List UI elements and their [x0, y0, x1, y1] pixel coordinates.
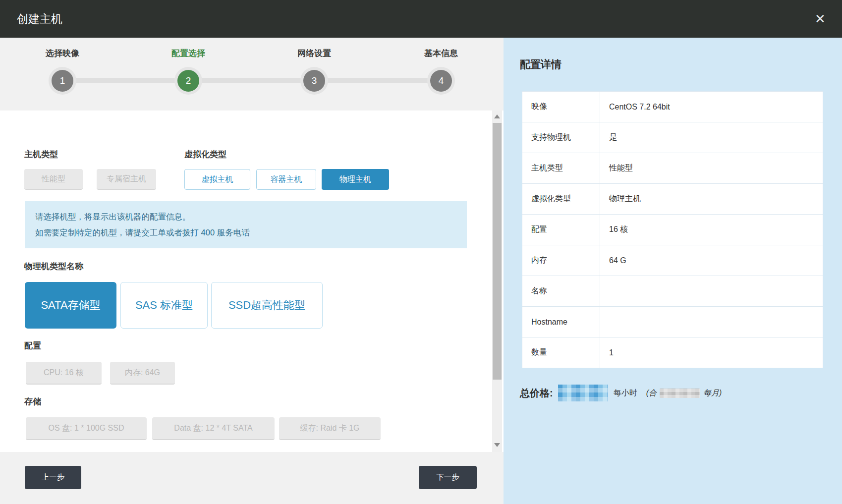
next-step-button[interactable]: 下一步 [419, 466, 477, 489]
wizard-footer: 上一步 下一步 [0, 452, 504, 504]
step-connector [62, 78, 188, 83]
storage-label: 存储 [24, 396, 41, 407]
close-icon[interactable]: ✕ [811, 10, 829, 28]
config-chip-memory[interactable]: 内存: 64G [110, 362, 175, 385]
row-value: 64 G [600, 245, 823, 276]
notice-line-2: 如需要定制特定的机型，请提交工单或者拨打 400 服务电话 [35, 224, 456, 240]
storage-chip-data-disk[interactable]: Data 盘: 12 * 4T SATA [152, 417, 275, 440]
row-value: 16 核 [600, 215, 823, 245]
table-row: 主机类型 性能型 [522, 153, 823, 184]
total-price-label: 总价格: [520, 387, 553, 400]
step-label-basic-info: 基本信息 [392, 48, 491, 59]
machine-type-option-sata[interactable]: SATA存储型 [25, 282, 116, 329]
notice-line-1: 请选择机型，将显示出该机器的配置信息。 [35, 209, 456, 224]
table-row: 支持物理机 是 [522, 122, 823, 153]
step-connector [188, 78, 314, 83]
table-row: 名称 [522, 276, 823, 307]
host-type-label: 主机类型 [24, 149, 58, 160]
row-value: 物理主机 [600, 184, 823, 215]
config-chip-cpu[interactable]: CPU: 16 核 [26, 362, 102, 385]
monthly-suffix: 每月) [703, 388, 722, 398]
left-panel: 选择映像 配置选择 网络设置 基本信息 1 2 3 4 主机类型 虚拟化类型 性… [0, 38, 504, 504]
row-value: CentOS 7.2 64bit [600, 92, 823, 122]
step-circle-3[interactable]: 3 [300, 67, 328, 95]
table-row: 配置 16 核 [522, 215, 823, 245]
sidebar-title: 配置详情 [520, 57, 561, 71]
monthly-price-blurred [660, 389, 700, 398]
step-connector [314, 78, 441, 83]
step-circle-1[interactable]: 1 [49, 67, 76, 95]
prev-step-button[interactable]: 上一步 [25, 466, 81, 489]
scrollbar-down-icon[interactable] [492, 440, 502, 450]
hourly-price-blurred [558, 385, 608, 401]
row-label: Hostname [522, 307, 600, 337]
step-indicator: 选择映像 配置选择 网络设置 基本信息 1 2 3 4 [0, 38, 504, 111]
host-type-option-performance[interactable]: 性能型 [24, 169, 83, 190]
step-circle-4[interactable]: 4 [427, 67, 455, 95]
row-value [600, 276, 823, 307]
row-label: 数量 [522, 337, 600, 368]
machine-type-notice: 请选择机型，将显示出该机器的配置信息。 如需要定制特定的机型，请提交工单或者拨打… [25, 201, 467, 248]
row-label: 主机类型 [522, 153, 600, 184]
table-row: 虚拟化类型 物理主机 [522, 184, 823, 215]
modal-title: 创建主机 [17, 0, 62, 38]
machine-type-label: 物理机类型名称 [24, 261, 83, 272]
config-label: 配置 [24, 340, 41, 351]
machine-type-option-ssd[interactable]: SSD超高性能型 [211, 282, 323, 329]
step-label-network-settings: 网络设置 [265, 48, 364, 59]
host-type-option-dedicated[interactable]: 专属宿主机 [97, 169, 156, 190]
row-value: 是 [600, 122, 823, 153]
row-label: 支持物理机 [522, 122, 600, 153]
row-label: 映像 [522, 92, 600, 122]
virt-type-option-physical[interactable]: 物理主机 [322, 169, 389, 190]
monthly-prefix: (合 [646, 388, 657, 398]
storage-chip-os-disk[interactable]: OS 盘: 1 * 100G SSD [26, 417, 147, 440]
create-host-modal: 创建主机 ✕ 选择映像 配置选择 网络设置 基本信息 1 2 3 4 [0, 0, 842, 504]
table-row: 内存 64 G [522, 245, 823, 276]
row-label: 内存 [522, 245, 600, 276]
step-circle-2[interactable]: 2 [174, 67, 202, 95]
row-label: 名称 [522, 276, 600, 307]
storage-chip-cache[interactable]: 缓存: Raid 卡 1G [279, 417, 381, 440]
row-value [600, 307, 823, 337]
row-label: 虚拟化类型 [522, 184, 600, 215]
row-value: 1 [600, 337, 823, 368]
virt-type-option-vm[interactable]: 虚拟主机 [184, 169, 250, 190]
step-label-config-select: 配置选择 [139, 48, 238, 59]
monthly-price: (合 每月) [646, 388, 722, 398]
table-row: 映像 CentOS 7.2 64bit [522, 92, 823, 122]
config-detail-table: 映像 CentOS 7.2 64bit 支持物理机 是 主机类型 性能型 虚拟化… [522, 91, 823, 368]
config-detail-sidebar: 配置详情 映像 CentOS 7.2 64bit 支持物理机 是 主机类型 性能… [504, 38, 842, 504]
scrollbar-thumb[interactable] [493, 123, 502, 380]
virt-type-label: 虚拟化类型 [184, 149, 226, 160]
table-row: Hostname [522, 307, 823, 337]
content-scrollbar[interactable] [492, 111, 502, 452]
machine-type-option-sas[interactable]: SAS 标准型 [120, 282, 208, 329]
virt-type-option-container[interactable]: 容器主机 [256, 169, 316, 190]
total-price-row: 总价格: 每小时 (合 每月) [520, 385, 722, 401]
hourly-unit: 每小时 [614, 388, 637, 398]
row-value: 性能型 [600, 153, 823, 184]
step-label-select-image: 选择映像 [13, 48, 112, 59]
table-row: 数量 1 [522, 337, 823, 368]
row-label: 配置 [522, 215, 600, 245]
scrollbar-up-icon[interactable] [492, 112, 502, 121]
modal-header: 创建主机 ✕ [0, 0, 842, 38]
